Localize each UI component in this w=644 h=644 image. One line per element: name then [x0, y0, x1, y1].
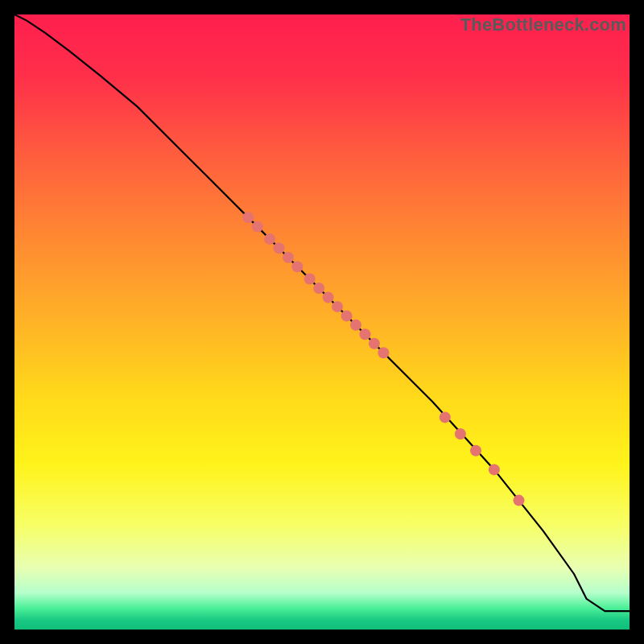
- marker-dot: [440, 411, 451, 423]
- marker-dot: [323, 291, 334, 303]
- marker-dot: [304, 274, 316, 285]
- marker-dot: [514, 495, 525, 506]
- marker-dot: [291, 261, 303, 272]
- marker-dot: [369, 338, 380, 349]
- marker-dot: [489, 464, 500, 475]
- chart-frame: TheBottleneck.com: [0, 0, 644, 644]
- marker-dot: [252, 221, 263, 233]
- marker-dot: [242, 212, 254, 223]
- plot-area: TheBottleneck.com: [14, 14, 630, 630]
- marker-dot: [360, 328, 371, 340]
- marker-dot: [313, 283, 324, 294]
- marker-dot: [378, 347, 389, 358]
- curve-markers: [242, 212, 524, 506]
- marker-dot: [455, 428, 466, 440]
- curve-line: [14, 14, 630, 611]
- marker-dot: [283, 252, 294, 263]
- marker-dot: [274, 242, 285, 254]
- marker-dot: [264, 233, 275, 245]
- marker-dot: [341, 310, 353, 321]
- marker-dot: [332, 301, 343, 312]
- watermark-text: TheBottleneck.com: [460, 14, 626, 35]
- marker-dot: [350, 320, 361, 331]
- marker-dot: [470, 445, 481, 456]
- chart-overlay: [14, 14, 630, 630]
